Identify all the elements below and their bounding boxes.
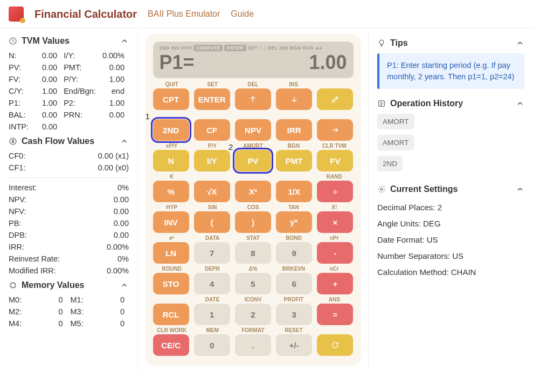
- key-6[interactable]: 6: [276, 273, 312, 294]
- tips-title: Tips: [390, 38, 408, 48]
- tvm-label: C/Y:: [9, 87, 29, 95]
- history-title: Operation History: [390, 99, 463, 108]
- key-2nd-label: ROUND: [154, 266, 190, 272]
- app-header: Financial Calculator BAII Plus Emulator …: [0, 0, 533, 29]
- key-[interactable]: [317, 119, 353, 141]
- tip-content: P1: Enter starting period (e.g. If pay m…: [377, 53, 524, 89]
- key-[interactable]: ×: [317, 211, 353, 233]
- key-2nd-label: [195, 174, 230, 180]
- key-2nd-label: DATA: [195, 235, 230, 242]
- key-1[interactable]: 1: [194, 304, 230, 325]
- key-[interactable]: [317, 334, 353, 356]
- mem-value: 0: [87, 319, 129, 328]
- key-2nd-label: BGN: [276, 143, 312, 149]
- key-[interactable]: +/-: [276, 334, 312, 356]
- key-cpt[interactable]: CPT: [153, 88, 189, 110]
- mem-label: M2:: [9, 307, 22, 316]
- mem-section-head[interactable]: Memory Values: [9, 280, 129, 290]
- key-0[interactable]: 0: [194, 334, 230, 356]
- key-2nd[interactable]: 2ND: [153, 119, 189, 141]
- key-irr[interactable]: IRR: [276, 119, 312, 141]
- key-y[interactable]: yˣ: [276, 211, 312, 233]
- key-5[interactable]: 5: [235, 273, 271, 294]
- key-9[interactable]: 9: [276, 242, 312, 264]
- key-x[interactable]: X²: [235, 181, 271, 202]
- cf-label: IRR:: [9, 243, 60, 251]
- key-2nd-label: BRKEVN: [276, 266, 312, 272]
- key-[interactable]: (: [194, 211, 230, 233]
- key-x[interactable]: √X: [194, 181, 230, 202]
- tvm-value: 1.00: [31, 99, 61, 107]
- key-pv[interactable]: PV: [235, 150, 271, 171]
- history-item[interactable]: 2ND: [377, 156, 403, 171]
- key-2nd-label: DEL: [235, 81, 271, 88]
- key-2nd-label: SIN: [195, 204, 230, 211]
- key-2[interactable]: 2: [235, 304, 271, 325]
- key-4[interactable]: 4: [194, 273, 230, 294]
- tips-section-head[interactable]: Tips: [377, 38, 524, 48]
- key-pmt[interactable]: PMT: [276, 150, 312, 171]
- tvm-value: 0.00: [98, 63, 129, 72]
- key-fv[interactable]: FV: [317, 150, 353, 171]
- tvm-label: P1:: [9, 99, 29, 107]
- tvm-value: [98, 122, 129, 131]
- key-[interactable]: %: [153, 181, 189, 202]
- key-[interactable]: +: [317, 273, 353, 294]
- key-inv[interactable]: INV: [153, 211, 189, 233]
- history-item[interactable]: AMORT: [377, 135, 414, 150]
- key-2nd-label: [276, 174, 312, 180]
- settings-section-head[interactable]: Current Settings: [377, 184, 524, 194]
- mem-label: M3:: [71, 307, 84, 316]
- key-ln[interactable]: LN: [153, 242, 189, 264]
- nav-guide[interactable]: Guide: [231, 9, 254, 19]
- key-enter[interactable]: ENTER: [194, 88, 230, 110]
- indicator: ↑: [259, 45, 262, 51]
- key-2nd-label: X!: [316, 204, 352, 211]
- history-section-head[interactable]: Operation History: [377, 99, 524, 108]
- cf-label: Reinvest Rate:: [9, 255, 60, 263]
- tvm-value: 0.00: [31, 51, 61, 60]
- key-2nd-label: HYP: [154, 204, 190, 211]
- app-title: Financial Calculator: [34, 8, 137, 20]
- key-npv[interactable]: NPV: [235, 119, 271, 141]
- key-1-x[interactable]: 1/X: [276, 181, 312, 202]
- app-logo: [9, 6, 24, 22]
- key-3[interactable]: 3: [276, 304, 312, 325]
- key-ce-c[interactable]: CE/C: [153, 334, 189, 356]
- setting-item: Angle Units: DEG: [377, 216, 524, 232]
- key-sto[interactable]: STO: [153, 273, 189, 294]
- key-[interactable]: .: [235, 334, 271, 356]
- tvm-section-head[interactable]: TVM Values: [9, 36, 129, 46]
- left-panel: TVM Values N:0.00I/Y:0.00%PV:0.00PMT:0.0…: [0, 29, 138, 371]
- key-7[interactable]: 7: [194, 242, 230, 264]
- key-[interactable]: -: [317, 242, 353, 264]
- cf-label: NFV:: [9, 207, 60, 216]
- nav-emulator[interactable]: BAII Plus Emulator: [148, 9, 220, 19]
- svg-point-4: [380, 188, 383, 190]
- key-[interactable]: [235, 88, 271, 110]
- calculator: 2NDINVHYPCOMPUTEENTERSET↑↓DELINSBGNRAD◂▸…: [146, 34, 361, 366]
- key-[interactable]: [317, 88, 353, 110]
- key-8[interactable]: 8: [235, 242, 271, 264]
- key-cf[interactable]: CF: [194, 119, 230, 141]
- key-[interactable]: [276, 88, 312, 110]
- key-[interactable]: ): [235, 211, 271, 233]
- key-n[interactable]: N: [153, 150, 189, 171]
- key-i-y[interactable]: I/Y: [194, 150, 230, 171]
- key-[interactable]: ÷: [317, 181, 353, 202]
- tvm-value: end: [98, 87, 129, 95]
- key-2nd-label: xP/Y: [154, 143, 190, 149]
- setting-item: Date Format: US: [377, 232, 524, 248]
- display-left: P1=: [160, 51, 195, 74]
- chevron-up-icon: [120, 37, 129, 45]
- cf-section-head[interactable]: Cash Flow Values: [9, 136, 129, 146]
- key-2nd-label: Δ%: [235, 266, 271, 272]
- key-rcl[interactable]: RCL: [153, 304, 189, 325]
- tvm-value: 0.00%: [98, 51, 129, 60]
- indicator: HYP: [181, 45, 191, 51]
- display-indicators: 2NDINVHYPCOMPUTEENTERSET↑↓DELINSBGNRAD◂▸: [160, 45, 347, 51]
- mem-label: M0:: [9, 295, 22, 304]
- history-item[interactable]: AMORT: [377, 114, 414, 129]
- key-[interactable]: =: [317, 304, 353, 325]
- key-2nd-label: [276, 112, 312, 119]
